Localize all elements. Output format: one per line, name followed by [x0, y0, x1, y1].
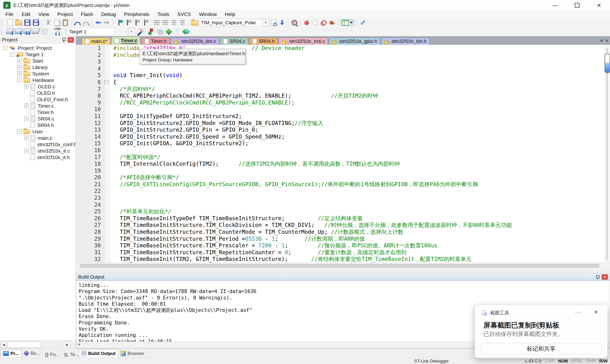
tree-item-start[interactable]: +Start: [0, 58, 76, 64]
tree-item-timer-h[interactable]: Timer.h: [0, 109, 76, 116]
target-select[interactable]: Target 1: [67, 28, 114, 36]
scroll-right-arrow[interactable]: ▶: [64, 341, 70, 348]
tab-main-c[interactable]: main.c*: [82, 38, 110, 45]
code-text[interactable]: {: [110, 79, 117, 86]
translate-button[interactable]: [6, 28, 14, 36]
menu-help[interactable]: Help: [221, 11, 239, 18]
vscroll-thumb[interactable]: [605, 53, 610, 73]
paste-button[interactable]: [61, 19, 69, 26]
indent-left-button[interactable]: [162, 19, 169, 26]
tab-stm32f10x-tim-h[interactable]: stm32f10x_tim.h: [381, 38, 430, 45]
tree-item-timer-c[interactable]: +Timer.c: [0, 103, 76, 109]
tree-item-oled-h[interactable]: OLED.h: [0, 90, 76, 96]
tree-item-target-1[interactable]: −Target 1: [0, 51, 76, 58]
code-text[interactable]: TIM_TimeBaseInit(TIM2, &TIM_TimeBaseInit…: [110, 256, 471, 263]
panel-tab-pr[interactable]: Pr...: [0, 349, 21, 358]
bookmark-clear-button[interactable]: [141, 19, 149, 26]
cut-button[interactable]: [44, 19, 52, 26]
code-text[interactable]: TIM_TimeBaseInitTypeDef TIM_TimeBaseInit…: [110, 215, 363, 222]
scroll-left-arrow[interactable]: ◀: [0, 341, 7, 348]
code-text[interactable]: [110, 147, 113, 154]
tab-stm32f10x-gpio-h[interactable]: stm32f10x_gpio.h: [329, 38, 380, 45]
tree-expand-toggle[interactable]: −: [3, 46, 7, 50]
tree-item-user[interactable]: −User: [0, 128, 76, 135]
scroll-left-arrow[interactable]: ◀: [78, 343, 80, 346]
tree-expand-toggle[interactable]: +: [24, 84, 29, 89]
pin-icon[interactable]: [596, 275, 599, 279]
tree-item-hardware[interactable]: −Hardware: [0, 77, 76, 83]
code-text[interactable]: //GPIO_EXTILineConfig(GPIO_PortSourceGPI…: [110, 181, 478, 188]
redo-button[interactable]: [82, 19, 90, 26]
find-button[interactable]: @: [290, 19, 298, 26]
tree-expand-toggle[interactable]: +: [24, 117, 29, 121]
navigate-back-button[interactable]: [94, 19, 102, 26]
bookmark-toggle-button[interactable]: [115, 19, 123, 26]
manage-components-button[interactable]: [165, 28, 173, 36]
panel-tab-fu[interactable]: {}Fu...: [43, 351, 62, 359]
new-file-button[interactable]: [6, 19, 14, 26]
code-text[interactable]: GPIO_InitStructure2.GPIO_Pin = GPIO_Pin_…: [110, 126, 258, 133]
tab-stm32f10x-tim-c[interactable]: stm32f10x_tim.c: [171, 38, 219, 45]
project-tree[interactable]: −Project: Project−Target 1+Start+Library…: [0, 43, 76, 341]
rebuild-button[interactable]: [24, 28, 31, 36]
kill-all-breakpoints-button[interactable]: [328, 19, 336, 26]
indent-right-button[interactable]: [153, 19, 161, 26]
code-text[interactable]: [110, 201, 113, 208]
doc-tab-build-output[interactable]: Build Output: [79, 349, 118, 358]
tree-expand-toggle[interactable]: +: [17, 65, 22, 69]
code-text[interactable]: GPIO_InitStructure2.GPIO_Speed = GPIO_Sp…: [110, 133, 285, 140]
code-text[interactable]: TIM_TimeBaseInitStructure.TIM_ClockDivis…: [110, 222, 512, 229]
tab-list-dropdown[interactable]: ▼: [600, 39, 603, 43]
code-text[interactable]: TIM_TimeBaseInitStructure.TIM_Period =65…: [110, 235, 365, 242]
project-panel-close[interactable]: ×: [68, 37, 74, 43]
batch-build-button[interactable]: [32, 28, 40, 36]
code-text[interactable]: GPIO_InitStructure2.GPIO_Mode =GPIO_Mode…: [110, 120, 323, 127]
code-text[interactable]: TIM_InternalClockConfig(TIM2); //选择TIM2为…: [110, 160, 400, 167]
menu-file[interactable]: File: [1, 11, 18, 18]
fold-toggle[interactable]: −: [104, 80, 108, 84]
bookmark-next-button[interactable]: [132, 19, 140, 26]
toolbar-drag-handle2[interactable]: [1, 28, 4, 35]
code-text[interactable]: /*时基单元初始化*/: [110, 208, 171, 215]
code-text[interactable]: TIM_TimeBaseInitStructure.TIM_CounterMod…: [110, 229, 403, 235]
close-document-button[interactable]: ×: [606, 38, 609, 44]
tab-timer-h[interactable]: Timer.h: [141, 38, 170, 45]
toolbar-drag-handle[interactable]: [1, 19, 4, 26]
open-file-button[interactable]: [15, 19, 23, 26]
menu-svcs[interactable]: SVCS: [173, 11, 195, 18]
find-in-files-button[interactable]: [191, 19, 199, 26]
popup-close-button[interactable]: ×: [594, 308, 598, 316]
code-text[interactable]: TIM_TimeBaseInitStructure.TIM_Prescaler …: [110, 242, 437, 249]
download-button[interactable]: LOAD: [53, 28, 63, 36]
tree-expand-toggle[interactable]: −: [17, 129, 22, 134]
menu-view[interactable]: View: [34, 11, 53, 18]
save-all-button[interactable]: [32, 19, 40, 26]
code-text[interactable]: /*AFIO选择中断引脚*/: [110, 174, 179, 181]
uncomment-button[interactable]: [179, 19, 186, 26]
bookmark-prev-button[interactable]: [124, 19, 131, 26]
scroll-thumb[interactable]: [7, 341, 41, 348]
code-text[interactable]: /*开启时钟*/: [110, 86, 155, 93]
find-in-document-button[interactable]: [270, 19, 277, 26]
menu-flash[interactable]: Flash: [77, 11, 97, 18]
code-text[interactable]: /*配置时钟源*/: [110, 154, 160, 161]
enable-breakpoint-button[interactable]: [311, 19, 319, 26]
maximize-restore-button[interactable]: [566, 0, 588, 11]
insert-breakpoint-button[interactable]: [303, 19, 310, 26]
symbol-search-box[interactable]: TIM_Input_Capture_Polar: [199, 19, 262, 26]
markup-share-button[interactable]: 标记和共享: [481, 343, 602, 354]
code-text[interactable]: [110, 58, 113, 65]
tree-item-stm32f10x-conf-h[interactable]: stm32f10x_conf.h: [0, 141, 76, 148]
code-text[interactable]: [110, 167, 113, 174]
panel-tab-bo[interactable]: Bo...: [21, 349, 43, 357]
code-text[interactable]: GPIO_InitTypeDef GPIO_InitStructure2;: [110, 113, 242, 120]
select-software-packs-button[interactable]: [174, 28, 181, 36]
tree-item-system[interactable]: +System: [0, 70, 76, 77]
tree-expand-toggle[interactable]: +: [24, 149, 29, 153]
navigate-forward-button[interactable]: [103, 19, 110, 26]
code-text[interactable]: [110, 106, 113, 113]
build-output-close[interactable]: ×: [602, 274, 608, 280]
options-for-target-button[interactable]: [136, 28, 143, 36]
tab-timer-c[interactable]: Timer.c: [111, 36, 141, 45]
tree-item-project-project[interactable]: −Project: Project: [0, 45, 76, 51]
